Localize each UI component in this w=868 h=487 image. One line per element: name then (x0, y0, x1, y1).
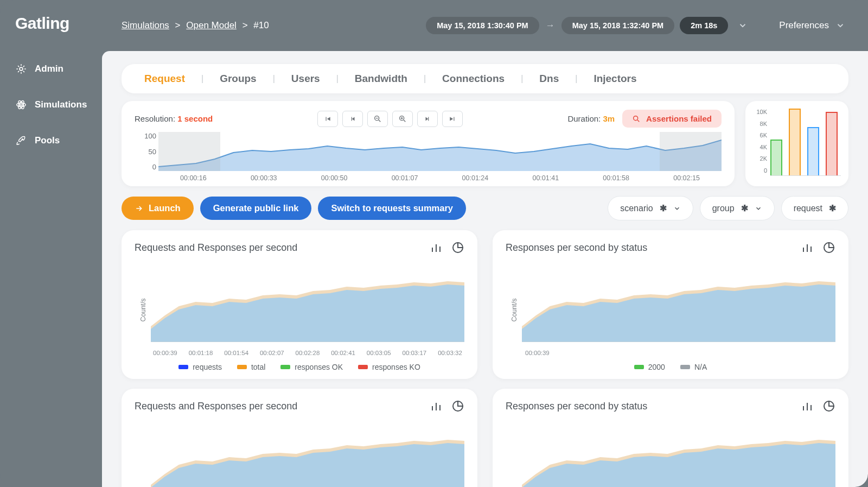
gear-icon (15, 63, 27, 75)
arrow-right-icon: → (546, 20, 555, 31)
skip-start-button[interactable] (317, 111, 338, 127)
filter-scenario[interactable]: scenario ✱ (608, 196, 693, 220)
sidebar: Gatling Admin Simulations Pools (0, 0, 102, 487)
area-chart[interactable] (506, 422, 835, 487)
tab-bandwidth[interactable]: Bandwidth (349, 73, 413, 85)
skip-end-button[interactable] (442, 111, 463, 127)
arrow-right-icon (135, 204, 143, 213)
pie-chart-icon[interactable] (451, 400, 464, 413)
switch-summary-button[interactable]: Switch to requests summary (318, 197, 466, 220)
rocket-icon (15, 135, 27, 147)
chevron-down-icon (755, 205, 762, 212)
step-back-button[interactable] (342, 111, 363, 127)
filter-group[interactable]: group ✱ (700, 196, 775, 220)
launch-button[interactable]: Launch (122, 197, 194, 220)
breadcrumb-mid[interactable]: Open Model (186, 20, 237, 30)
summary-bars-card: 10K 8K 6K 4K 2K 0 (745, 101, 848, 186)
breadcrumb-root[interactable]: Simulations (122, 20, 169, 30)
timeline-controls (317, 111, 463, 127)
card-responses-by-status: Responses per second by status Count/s (493, 230, 848, 379)
zoom-out-button[interactable] (367, 111, 388, 127)
summary-bars-chart[interactable] (770, 109, 841, 176)
zoom-in-button[interactable] (392, 111, 413, 127)
search-icon (632, 115, 641, 123)
bar-blue (807, 127, 819, 175)
tabs-card: Request| Groups| Users| Bandwidth| Conne… (122, 64, 848, 93)
bar-chart-icon[interactable] (801, 400, 814, 413)
breadcrumb: Simulations > Open Model > #10 (122, 20, 269, 31)
bar-chart-icon[interactable] (801, 241, 814, 254)
atom-icon (15, 99, 27, 111)
asterisk-icon: ✱ (660, 203, 667, 213)
area-chart[interactable]: Count/s 00:00:39 (506, 264, 835, 356)
card-title: Requests and Responses per second (135, 401, 297, 412)
tab-users[interactable]: Users (286, 73, 326, 85)
breadcrumb-leaf: #10 (253, 20, 269, 30)
tab-connections[interactable]: Connections (437, 73, 510, 85)
nav-label: Pools (35, 135, 60, 146)
chevron-down-icon[interactable] (738, 21, 748, 30)
svg-point-8 (634, 116, 638, 120)
tab-dns[interactable]: Dns (534, 73, 564, 85)
chevron-down-icon (673, 205, 681, 212)
timeline-card: Resolution: 1 second Duration: (122, 101, 735, 186)
pie-chart-icon[interactable] (822, 400, 835, 413)
tab-request[interactable]: Request (139, 73, 190, 85)
svg-point-1 (20, 104, 22, 106)
card-requests-responses-2: Requests and Responses per second (122, 389, 477, 487)
asterisk-icon: ✱ (741, 203, 748, 213)
card-title: Requests and Responses per second (135, 242, 297, 254)
area-chart[interactable]: Count/s 00:00:39 00:01:18 00:01:54 (135, 264, 464, 356)
legend: requests total responses OK responses KO (135, 363, 464, 371)
bar-orange (789, 109, 801, 175)
nav-admin[interactable]: Admin (15, 63, 102, 75)
pie-chart-icon[interactable] (822, 241, 835, 254)
step-forward-button[interactable] (417, 111, 438, 127)
nav-label: Simulations (35, 99, 87, 110)
asterisk-icon: ✱ (829, 203, 836, 213)
tab-injectors[interactable]: Injectors (588, 73, 642, 85)
actions-row: Launch Generate public link Switch to re… (122, 196, 848, 220)
nav-simulations[interactable]: Simulations (15, 99, 102, 111)
nav-label: Admin (35, 64, 63, 74)
card-title: Responses per second by status (506, 242, 647, 254)
duration-label: Duration: 3m (567, 114, 615, 123)
time-end-pill[interactable]: May 15, 2018 1:32:40 PM (561, 17, 674, 34)
bar-red (826, 112, 838, 175)
content: Request| Groups| Users| Bandwidth| Conne… (102, 51, 868, 487)
svg-point-0 (20, 67, 23, 71)
resolution-label: Resolution: 1 second (135, 114, 213, 123)
preferences-menu[interactable]: Preferences (779, 20, 845, 31)
card-responses-by-status-2: Responses per second by status (493, 389, 848, 487)
card-requests-responses: Requests and Responses per second Count/… (122, 230, 477, 379)
nav-pools[interactable]: Pools (15, 135, 102, 147)
topbar: Simulations > Open Model > #10 May 15, 2… (102, 0, 868, 51)
assertions-failed-badge[interactable]: Assertions failed (622, 110, 722, 128)
pie-chart-icon[interactable] (451, 241, 464, 254)
preferences-label: Preferences (779, 20, 829, 31)
chevron-down-icon (835, 21, 845, 30)
tab-groups[interactable]: Groups (214, 73, 262, 85)
generate-public-link-button[interactable]: Generate public link (200, 197, 312, 220)
timeline-chart[interactable]: 100 50 0 00: (135, 132, 722, 182)
area-chart[interactable] (135, 422, 464, 487)
legend: 2000 N/A (506, 363, 835, 371)
bar-chart-icon[interactable] (430, 241, 443, 254)
time-start-pill[interactable]: May 15, 2018 1:30:40 PM (426, 17, 539, 34)
filter-request[interactable]: request ✱ (781, 196, 848, 220)
duration-badge: 2m 18s (680, 17, 728, 34)
card-title: Responses per second by status (506, 401, 647, 412)
bar-chart-icon[interactable] (430, 400, 443, 413)
logo: Gatling (15, 14, 102, 33)
bar-green (770, 140, 782, 175)
